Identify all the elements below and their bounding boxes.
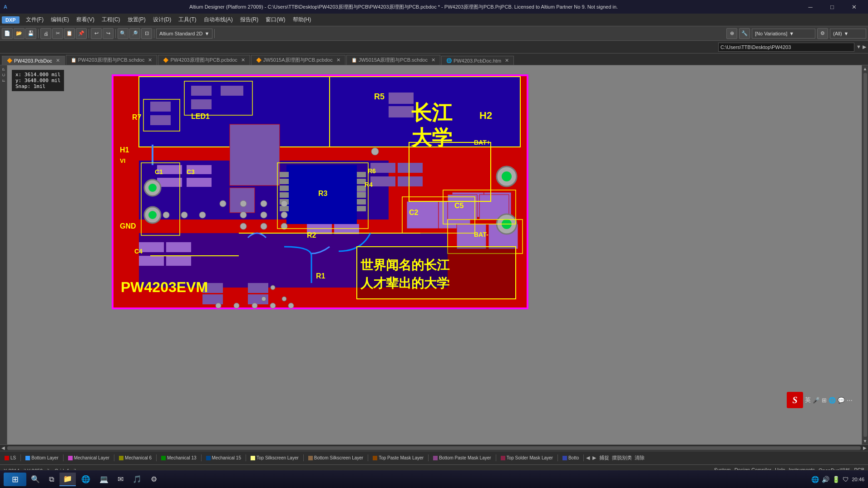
svg-text:R5: R5	[374, 92, 385, 101]
tray-network[interactable]: 🌐	[811, 476, 819, 483]
system-clock[interactable]: 20:46	[852, 477, 864, 482]
tab-close-3[interactable]: ✕	[241, 57, 245, 63]
layer-tab-mech13[interactable]: Mechanical 13	[157, 454, 201, 461]
tab-close-6[interactable]: ✕	[505, 58, 509, 63]
canvas-area[interactable]: x: 3614.000 mil y: 3648.000 mil Snap: 1m…	[7, 65, 862, 444]
tb-zoom-fit[interactable]: ⊡	[141, 28, 152, 39]
tb-cut[interactable]: ✂	[52, 28, 63, 39]
hscroll-thumb[interactable]	[7, 446, 861, 450]
tb-inspect[interactable]: 🔧	[739, 28, 750, 39]
tb-open[interactable]: 📂	[14, 28, 25, 39]
taskbar-taskview[interactable]: ⧉	[45, 473, 58, 486]
taskbar-settings[interactable]: ⚙	[147, 473, 161, 486]
start-button[interactable]: ⊞	[4, 473, 26, 486]
layer-scroll-right[interactable]: ▶	[591, 455, 597, 461]
no-variations-dropdown[interactable]: [No Variations]▼	[752, 29, 815, 39]
menu-report[interactable]: 报告(R)	[237, 14, 262, 25]
view-mode-dropdown[interactable]: Altium Standard 2D ▼	[156, 29, 212, 39]
taskbar-email[interactable]: ✉	[114, 473, 127, 486]
layer-tab-mech15[interactable]: Mechanical 15	[202, 454, 246, 461]
menu-project[interactable]: 工程(C)	[98, 14, 124, 25]
tb-redo[interactable]: ↪	[103, 28, 113, 39]
menu-view[interactable]: 察看(V)	[73, 14, 98, 25]
tab-pcbdoc2[interactable]: 🔶 PW4203原理图与PCB.pcbdoc ✕	[158, 55, 250, 65]
tab-close-4[interactable]: ✕	[336, 57, 340, 63]
layer-tab-ls[interactable]: LS	[0, 454, 21, 461]
tab-close-1[interactable]: ✕	[56, 58, 60, 63]
tab-label-4: JW5015A原理图与PCB.pcbdoc	[263, 57, 333, 63]
menu-autoroute[interactable]: 自动布线(A)	[200, 14, 237, 25]
menu-design[interactable]: 设计(D)	[149, 14, 175, 25]
tab-htm[interactable]: 🌐 PW4203.PcbDoc.htm ✕	[441, 56, 514, 65]
layer-tab-bot-silk[interactable]: Bottom Silkscreen Layer	[304, 454, 368, 461]
tb-undo[interactable]: ↩	[91, 28, 102, 39]
scroll-thumb[interactable]	[863, 73, 867, 437]
btn-snap[interactable]: 捕捉	[599, 454, 609, 461]
minimize-button[interactable]: ─	[800, 0, 821, 14]
layer-tab-bot-paste[interactable]: Bottom Paste Mask Layer	[429, 454, 496, 461]
layer-scroll-left[interactable]: ◀	[585, 455, 591, 461]
menu-window[interactable]: 窗口(W)	[262, 14, 289, 25]
svg-point-57	[281, 200, 287, 207]
tab-jw5015a-schdoc[interactable]: 📋 JW5015A原理图与PCB.schdoc ✕	[346, 55, 440, 65]
tab-close-5[interactable]: ✕	[431, 57, 435, 63]
btn-clear[interactable]: 清除	[635, 454, 645, 461]
layer-tab-mech6[interactable]: Mechanical 6	[114, 454, 157, 461]
tray-security[interactable]: 🛡	[843, 476, 849, 483]
scroll-up-btn[interactable]: ▲	[862, 65, 868, 72]
scroll-right-btn[interactable]: ▶	[862, 445, 868, 450]
tab-pw4203-pcbdoc[interactable]: 🔶 PW4203.PcbDoc ✕	[2, 56, 65, 65]
dxp-menu[interactable]: DXP	[2, 16, 20, 24]
tb-route[interactable]: ⊕	[726, 28, 737, 39]
right-scrollbar[interactable]: ▲ ▼	[862, 65, 868, 444]
tb-zoom-in[interactable]: 🔍	[118, 28, 128, 39]
menu-place[interactable]: 放置(P)	[124, 14, 149, 25]
layer-color-bot-silk	[308, 456, 313, 460]
tb-print[interactable]: 🖨	[40, 28, 51, 39]
tb-paste[interactable]: 📌	[76, 28, 87, 39]
tab-close-2[interactable]: ✕	[148, 57, 152, 63]
scroll-left-btn[interactable]: ◀	[0, 445, 6, 450]
taskbar-browser[interactable]: 🌐	[78, 473, 94, 486]
tab-schdoc[interactable]: 📋 PW4203原理图与PCB.schdoc ✕	[66, 55, 158, 65]
address-input[interactable]	[718, 43, 854, 52]
maximize-button[interactable]: □	[822, 0, 843, 14]
tb-copy[interactable]: 📋	[64, 28, 75, 39]
tb-zoom-out[interactable]: 🔎	[129, 28, 140, 39]
taskbar-media[interactable]: 🎵	[129, 473, 145, 486]
left-panel-tab-3[interactable]: F	[0, 78, 7, 83]
menu-edit[interactable]: 编辑(E)	[47, 14, 73, 25]
svg-text:LED1: LED1	[191, 112, 210, 120]
taskbar-terminal[interactable]: 💻	[96, 473, 112, 486]
svg-point-58	[240, 212, 247, 218]
menu-tools[interactable]: 工具(T)	[175, 14, 200, 25]
btn-escape[interactable]: 摆脱别类	[612, 454, 632, 461]
tb-settings[interactable]: ⚙	[817, 28, 828, 39]
tray-volume[interactable]: 🔊	[822, 476, 829, 483]
tb-new[interactable]: 📄	[2, 28, 13, 39]
coord-y: y: 3648.000 mil	[15, 78, 60, 83]
menu-help[interactable]: 帮助(H)	[289, 14, 315, 25]
taskbar-search[interactable]: 🔍	[27, 473, 44, 486]
menu-file[interactable]: 文件(F)	[22, 14, 47, 25]
layer-tab-mechanical[interactable]: Mechanical Layer	[64, 454, 114, 461]
tray-battery[interactable]: 🔋	[832, 476, 840, 483]
scroll-down-btn[interactable]: ▼	[862, 438, 868, 444]
left-panel-tab-2[interactable]: C	[0, 73, 7, 78]
layer-tab-top-paste[interactable]: Top Paste Mask Layer	[368, 454, 429, 461]
all-dropdown[interactable]: (All)▼	[830, 29, 866, 39]
tab-jw5015a-pcbdoc[interactable]: 🔶 JW5015A原理图与PCB.pcbdoc ✕	[251, 55, 345, 65]
svg-point-56	[261, 200, 267, 207]
left-panel-tab-1[interactable]: P	[0, 67, 7, 72]
layer-tab-top-solder[interactable]: Top Solder Mask Layer	[496, 454, 558, 461]
layer-tab-bottom2[interactable]: Botto	[558, 454, 584, 461]
pcb-board-container[interactable]: R7 LED1 H1 VI C1 C3 R6 R4 R5 R3 R2 R1 GN…	[112, 74, 529, 310]
svg-point-114	[261, 297, 266, 301]
svg-point-121	[288, 303, 294, 308]
tb-save[interactable]: 💾	[25, 28, 36, 39]
horizontal-scrollbar[interactable]: ◀ ▶	[0, 444, 868, 451]
close-button[interactable]: ✕	[843, 0, 864, 14]
taskbar-explorer[interactable]: 📁	[59, 473, 76, 486]
layer-tab-bottom[interactable]: Bottom Layer	[21, 454, 63, 461]
layer-tab-top-silk[interactable]: Top Silkscreen Layer	[246, 454, 304, 461]
